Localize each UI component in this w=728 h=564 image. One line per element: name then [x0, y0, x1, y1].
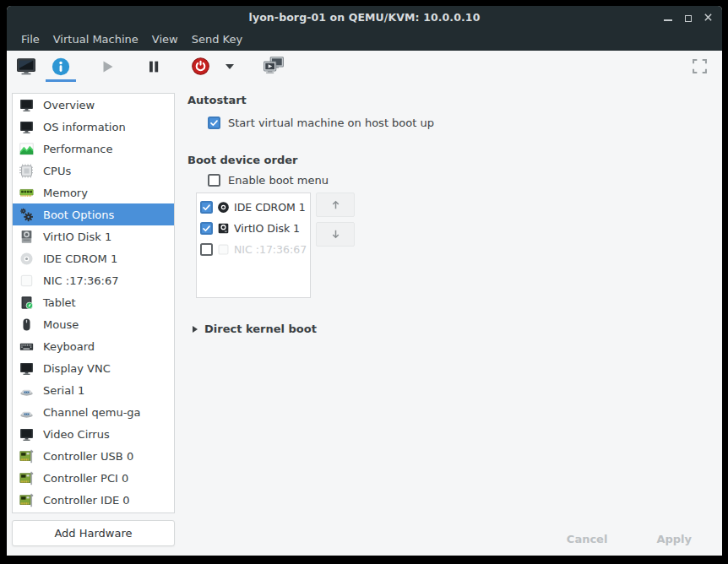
close-icon [704, 13, 713, 22]
autostart-heading: Autostart [187, 94, 709, 107]
sidebar-item-label: CPUs [43, 165, 71, 177]
sidebar-item-tablet[interactable]: Tablet [13, 291, 174, 313]
check-icon [209, 118, 219, 127]
hardware-list: OverviewOS informationPerformanceCPUsMem… [12, 93, 175, 513]
boot-order-move-buttons [316, 193, 355, 247]
tablet-icon [19, 296, 34, 310]
sidebar-item-keyboard[interactable]: Keyboard [13, 335, 174, 357]
sidebar-item-label: Video Cirrus [43, 428, 110, 441]
vm-details-window: lyon-borg-01 on QEMU/KVM: 10.0.0.10 File… [7, 6, 722, 556]
menu-send-key[interactable]: Send Key [185, 28, 249, 51]
monitor-icon [19, 361, 34, 376]
arrow-up-icon [329, 198, 342, 211]
sidebar-item-serial-1[interactable]: Serial 1 [13, 379, 174, 401]
window-controls [663, 6, 713, 28]
sidebar-item-os-information[interactable]: OS information [13, 116, 174, 138]
screen: { "window": { "title": "lyon-borg-01 on … [0, 0, 728, 564]
sidebar-item-label: OS information [43, 121, 126, 133]
autostart-checkbox[interactable] [208, 117, 220, 129]
run-icon[interactable] [96, 56, 118, 78]
cancel-button[interactable]: Cancel [567, 533, 608, 545]
mouse-icon [19, 317, 34, 332]
sidebar-item-label: Performance [43, 143, 112, 155]
shutdown-icon[interactable] [189, 56, 211, 78]
sidebar-item-controller-pci-0[interactable]: Controller PCI 0 [13, 467, 174, 489]
pause-icon[interactable] [143, 56, 165, 78]
fullscreen-icon[interactable] [691, 58, 708, 75]
memory-icon [19, 186, 34, 200]
sidebar-item-ide-cdrom-1[interactable]: IDE CDROM 1 [13, 247, 174, 269]
cdrom-dark-icon [217, 201, 230, 214]
sidebar-item-memory[interactable]: Memory [13, 182, 174, 203]
window-title: lyon-borg-01 on QEMU/KVM: 10.0.0.10 [249, 11, 481, 24]
boot-device-checkbox[interactable] [200, 243, 213, 256]
enable-boot-menu-row[interactable]: Enable boot menu [208, 172, 709, 187]
sidebar-item-label: Channel qemu-ga [43, 406, 141, 419]
sidebar-item-partial-19[interactable] [13, 511, 174, 513]
toolbar [7, 51, 722, 82]
sidebar-item-controller-usb-0[interactable]: Controller USB 0 [13, 445, 174, 467]
boot-device-nic-17-36-67[interactable]: NIC :17:36:67 [200, 239, 310, 260]
sidebar-item-display-vnc[interactable]: Display VNC [13, 357, 174, 379]
direct-kernel-boot-expander[interactable]: Direct kernel boot [193, 323, 709, 335]
add-hardware-label: Add Hardware [54, 527, 132, 540]
boot-device-virtio-disk-1[interactable]: VirtIO Disk 1 [200, 218, 310, 239]
minimize-button[interactable] [663, 13, 672, 22]
check-icon [202, 224, 211, 233]
enable-boot-menu-checkbox[interactable] [208, 174, 220, 187]
autostart-checkbox-label: Start virtual machine on host boot up [228, 117, 434, 129]
maximize-button[interactable] [683, 13, 693, 22]
sidebar-item-boot-options[interactable]: Boot Options [13, 203, 174, 225]
direct-kernel-boot-label: Direct kernel boot [204, 323, 317, 335]
boot-device-label: VirtIO Disk 1 [234, 222, 300, 235]
controller-icon [19, 471, 34, 485]
sidebar-item-overview[interactable]: Overview [13, 94, 174, 116]
shutdown-menu-caret-icon[interactable] [224, 56, 236, 78]
sidebar-item-channel-qemu-ga[interactable]: Channel qemu-ga [13, 401, 174, 423]
expander-arrow-icon [193, 326, 198, 333]
controller-icon [19, 493, 34, 507]
boot-device-checkbox[interactable] [200, 201, 213, 214]
menu-file[interactable]: File [14, 28, 46, 51]
sidebar-item-label: IDE CDROM 1 [43, 252, 117, 265]
boot-device-checkbox[interactable] [200, 222, 213, 235]
hardware-details-info-icon[interactable] [50, 56, 72, 78]
close-button[interactable] [704, 13, 713, 22]
apply-button[interactable]: Apply [656, 533, 692, 545]
sidebar-item-label: Boot Options [43, 209, 114, 221]
vm-display-icon[interactable] [263, 56, 285, 78]
performance-icon [19, 142, 34, 156]
autostart-checkbox-row[interactable]: Start virtual machine on host boot up [208, 115, 709, 130]
console-monitor-icon[interactable] [15, 56, 37, 78]
sidebar-item-virtio-disk-1[interactable]: VirtIO Disk 1 [13, 225, 174, 247]
disk-icon [19, 230, 34, 244]
sidebar-item-video-cirrus[interactable]: Video Cirrus [13, 423, 174, 445]
move-down-button[interactable] [316, 222, 355, 247]
boot-options-panel: Autostart Start virtual machine on host … [187, 94, 709, 335]
arrow-down-icon [329, 228, 342, 241]
sidebar-item-performance[interactable]: Performance [13, 138, 174, 160]
sidebar-item-label: Overview [43, 99, 95, 111]
sidebar-item-label: Memory [43, 187, 88, 199]
sidebar-item-mouse[interactable]: Mouse [13, 313, 174, 335]
sidebar-item-nic-17-36-67[interactable]: NIC :17:36:67 [13, 269, 174, 291]
add-hardware-button[interactable]: Add Hardware [12, 520, 175, 546]
monitor-icon [19, 98, 34, 112]
move-up-button[interactable] [316, 193, 355, 217]
nic-icon [217, 243, 230, 256]
check-icon [202, 203, 211, 212]
menu-virtual-machine[interactable]: Virtual Machine [46, 28, 145, 51]
cpu-icon [19, 164, 34, 178]
boot-device-order-heading: Boot device order [187, 154, 709, 167]
sidebar-item-label: Keyboard [43, 340, 95, 353]
sidebar-item-label: Tablet [43, 296, 76, 309]
menu-view[interactable]: View [145, 28, 185, 51]
sidebar-item-label: Serial 1 [43, 384, 84, 397]
cdrom-icon [19, 252, 34, 266]
boot-device-ide-cdrom-1[interactable]: IDE CDROM 1 [200, 197, 310, 218]
sidebar-item-controller-ide-0[interactable]: Controller IDE 0 [13, 489, 174, 511]
monitor-icon [19, 120, 34, 134]
enable-boot-menu-label: Enable boot menu [228, 174, 329, 187]
sidebar-item-cpus[interactable]: CPUs [13, 160, 174, 182]
boot-device-label: NIC :17:36:67 [234, 243, 307, 256]
